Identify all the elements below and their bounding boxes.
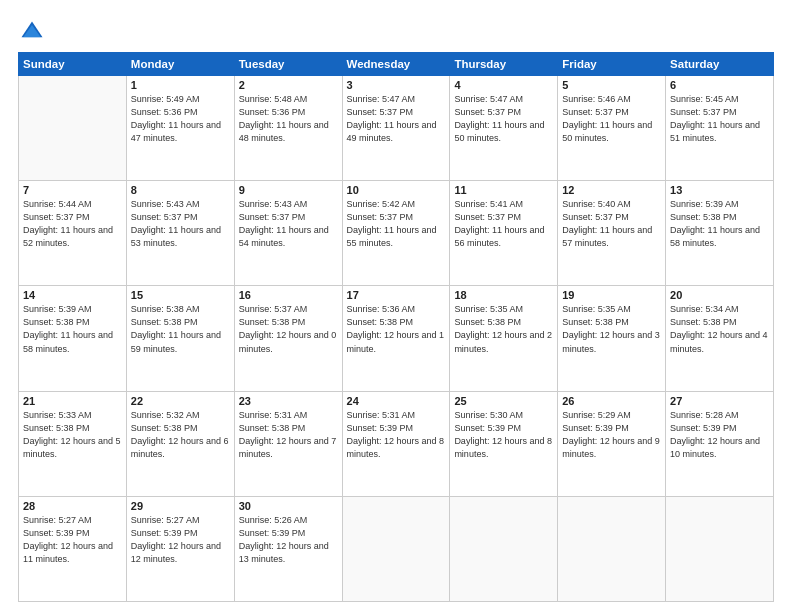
day-number: 7	[23, 184, 122, 196]
calendar-cell: 13Sunrise: 5:39 AMSunset: 5:38 PMDayligh…	[666, 181, 774, 286]
day-number: 8	[131, 184, 230, 196]
day-detail: Sunrise: 5:28 AMSunset: 5:39 PMDaylight:…	[670, 409, 769, 461]
calendar-cell: 17Sunrise: 5:36 AMSunset: 5:38 PMDayligh…	[342, 286, 450, 391]
day-number: 12	[562, 184, 661, 196]
weekday-header: Friday	[558, 53, 666, 76]
calendar-row: 14Sunrise: 5:39 AMSunset: 5:38 PMDayligh…	[19, 286, 774, 391]
calendar-cell: 29Sunrise: 5:27 AMSunset: 5:39 PMDayligh…	[126, 496, 234, 601]
calendar-cell	[558, 496, 666, 601]
calendar-cell	[666, 496, 774, 601]
calendar-cell: 7Sunrise: 5:44 AMSunset: 5:37 PMDaylight…	[19, 181, 127, 286]
calendar-cell: 3Sunrise: 5:47 AMSunset: 5:37 PMDaylight…	[342, 76, 450, 181]
day-number: 1	[131, 79, 230, 91]
calendar-cell: 14Sunrise: 5:39 AMSunset: 5:38 PMDayligh…	[19, 286, 127, 391]
calendar-cell	[342, 496, 450, 601]
day-number: 9	[239, 184, 338, 196]
day-detail: Sunrise: 5:46 AMSunset: 5:37 PMDaylight:…	[562, 93, 661, 145]
calendar-cell: 20Sunrise: 5:34 AMSunset: 5:38 PMDayligh…	[666, 286, 774, 391]
weekday-header: Sunday	[19, 53, 127, 76]
weekday-header: Saturday	[666, 53, 774, 76]
calendar-cell: 28Sunrise: 5:27 AMSunset: 5:39 PMDayligh…	[19, 496, 127, 601]
day-detail: Sunrise: 5:32 AMSunset: 5:38 PMDaylight:…	[131, 409, 230, 461]
day-number: 10	[347, 184, 446, 196]
day-number: 26	[562, 395, 661, 407]
day-number: 13	[670, 184, 769, 196]
calendar-cell: 26Sunrise: 5:29 AMSunset: 5:39 PMDayligh…	[558, 391, 666, 496]
calendar-row: 21Sunrise: 5:33 AMSunset: 5:38 PMDayligh…	[19, 391, 774, 496]
day-detail: Sunrise: 5:43 AMSunset: 5:37 PMDaylight:…	[239, 198, 338, 250]
day-number: 23	[239, 395, 338, 407]
day-detail: Sunrise: 5:42 AMSunset: 5:37 PMDaylight:…	[347, 198, 446, 250]
day-number: 2	[239, 79, 338, 91]
day-detail: Sunrise: 5:39 AMSunset: 5:38 PMDaylight:…	[670, 198, 769, 250]
day-detail: Sunrise: 5:48 AMSunset: 5:36 PMDaylight:…	[239, 93, 338, 145]
day-number: 3	[347, 79, 446, 91]
calendar-cell	[19, 76, 127, 181]
day-detail: Sunrise: 5:33 AMSunset: 5:38 PMDaylight:…	[23, 409, 122, 461]
day-number: 25	[454, 395, 553, 407]
day-detail: Sunrise: 5:44 AMSunset: 5:37 PMDaylight:…	[23, 198, 122, 250]
day-number: 24	[347, 395, 446, 407]
header	[18, 18, 774, 46]
calendar-cell: 16Sunrise: 5:37 AMSunset: 5:38 PMDayligh…	[234, 286, 342, 391]
day-detail: Sunrise: 5:37 AMSunset: 5:38 PMDaylight:…	[239, 303, 338, 355]
calendar-cell: 21Sunrise: 5:33 AMSunset: 5:38 PMDayligh…	[19, 391, 127, 496]
calendar-cell: 18Sunrise: 5:35 AMSunset: 5:38 PMDayligh…	[450, 286, 558, 391]
day-number: 18	[454, 289, 553, 301]
calendar-cell: 6Sunrise: 5:45 AMSunset: 5:37 PMDaylight…	[666, 76, 774, 181]
calendar-cell: 27Sunrise: 5:28 AMSunset: 5:39 PMDayligh…	[666, 391, 774, 496]
day-detail: Sunrise: 5:43 AMSunset: 5:37 PMDaylight:…	[131, 198, 230, 250]
calendar-cell: 11Sunrise: 5:41 AMSunset: 5:37 PMDayligh…	[450, 181, 558, 286]
day-detail: Sunrise: 5:31 AMSunset: 5:39 PMDaylight:…	[347, 409, 446, 461]
calendar-cell: 24Sunrise: 5:31 AMSunset: 5:39 PMDayligh…	[342, 391, 450, 496]
calendar-cell: 22Sunrise: 5:32 AMSunset: 5:38 PMDayligh…	[126, 391, 234, 496]
day-detail: Sunrise: 5:38 AMSunset: 5:38 PMDaylight:…	[131, 303, 230, 355]
calendar-cell	[450, 496, 558, 601]
calendar-table: SundayMondayTuesdayWednesdayThursdayFrid…	[18, 52, 774, 602]
day-detail: Sunrise: 5:31 AMSunset: 5:38 PMDaylight:…	[239, 409, 338, 461]
calendar-cell: 9Sunrise: 5:43 AMSunset: 5:37 PMDaylight…	[234, 181, 342, 286]
day-number: 16	[239, 289, 338, 301]
weekday-header: Thursday	[450, 53, 558, 76]
day-detail: Sunrise: 5:29 AMSunset: 5:39 PMDaylight:…	[562, 409, 661, 461]
calendar-cell: 19Sunrise: 5:35 AMSunset: 5:38 PMDayligh…	[558, 286, 666, 391]
day-detail: Sunrise: 5:36 AMSunset: 5:38 PMDaylight:…	[347, 303, 446, 355]
calendar-row: 28Sunrise: 5:27 AMSunset: 5:39 PMDayligh…	[19, 496, 774, 601]
day-number: 27	[670, 395, 769, 407]
day-number: 5	[562, 79, 661, 91]
weekday-header: Monday	[126, 53, 234, 76]
calendar-cell: 10Sunrise: 5:42 AMSunset: 5:37 PMDayligh…	[342, 181, 450, 286]
day-detail: Sunrise: 5:35 AMSunset: 5:38 PMDaylight:…	[454, 303, 553, 355]
calendar-row: 7Sunrise: 5:44 AMSunset: 5:37 PMDaylight…	[19, 181, 774, 286]
day-number: 17	[347, 289, 446, 301]
day-number: 6	[670, 79, 769, 91]
day-number: 22	[131, 395, 230, 407]
calendar-cell: 12Sunrise: 5:40 AMSunset: 5:37 PMDayligh…	[558, 181, 666, 286]
day-detail: Sunrise: 5:30 AMSunset: 5:39 PMDaylight:…	[454, 409, 553, 461]
day-number: 19	[562, 289, 661, 301]
day-number: 29	[131, 500, 230, 512]
weekday-header: Wednesday	[342, 53, 450, 76]
calendar-header-row: SundayMondayTuesdayWednesdayThursdayFrid…	[19, 53, 774, 76]
day-number: 11	[454, 184, 553, 196]
calendar-cell: 5Sunrise: 5:46 AMSunset: 5:37 PMDaylight…	[558, 76, 666, 181]
logo-icon	[18, 18, 46, 46]
day-number: 4	[454, 79, 553, 91]
day-detail: Sunrise: 5:47 AMSunset: 5:37 PMDaylight:…	[347, 93, 446, 145]
day-detail: Sunrise: 5:47 AMSunset: 5:37 PMDaylight:…	[454, 93, 553, 145]
calendar-cell: 15Sunrise: 5:38 AMSunset: 5:38 PMDayligh…	[126, 286, 234, 391]
day-number: 21	[23, 395, 122, 407]
logo	[18, 18, 50, 46]
calendar-cell: 25Sunrise: 5:30 AMSunset: 5:39 PMDayligh…	[450, 391, 558, 496]
day-detail: Sunrise: 5:34 AMSunset: 5:38 PMDaylight:…	[670, 303, 769, 355]
day-number: 20	[670, 289, 769, 301]
calendar-cell: 4Sunrise: 5:47 AMSunset: 5:37 PMDaylight…	[450, 76, 558, 181]
day-detail: Sunrise: 5:27 AMSunset: 5:39 PMDaylight:…	[131, 514, 230, 566]
day-detail: Sunrise: 5:49 AMSunset: 5:36 PMDaylight:…	[131, 93, 230, 145]
page: SundayMondayTuesdayWednesdayThursdayFrid…	[0, 0, 792, 612]
calendar-cell: 2Sunrise: 5:48 AMSunset: 5:36 PMDaylight…	[234, 76, 342, 181]
calendar-row: 1Sunrise: 5:49 AMSunset: 5:36 PMDaylight…	[19, 76, 774, 181]
calendar-cell: 23Sunrise: 5:31 AMSunset: 5:38 PMDayligh…	[234, 391, 342, 496]
day-number: 14	[23, 289, 122, 301]
weekday-header: Tuesday	[234, 53, 342, 76]
